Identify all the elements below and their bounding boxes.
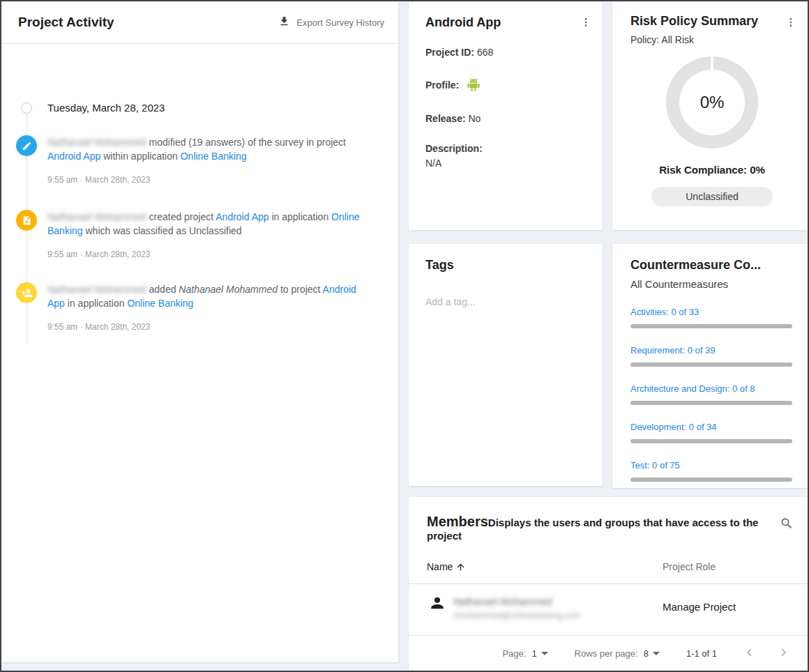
tags-card-title: Tags (425, 258, 586, 273)
chevron-left-icon (745, 648, 755, 657)
event-text-segment: created project (146, 211, 216, 222)
countermeasure-progress-bar (630, 401, 792, 405)
countermeasure-link[interactable]: Development: 0 of 34 (630, 422, 717, 432)
profile-field: Profile: (425, 77, 589, 94)
chevron-down-icon (653, 652, 660, 655)
pagination-range: 1-1 of 1 (686, 648, 717, 659)
countermeasure-card-subtitle: All Countermeasures (630, 278, 792, 290)
classification-badge: Unclassified (651, 187, 773, 206)
description-label: Description: (425, 143, 483, 154)
event-text-segment: in application (269, 211, 332, 222)
event-link[interactable]: Online Banking (127, 298, 193, 309)
project-dashboard: Project Activity Export Survey History T… (0, 0, 809, 672)
page-dropdown[interactable]: 1 (531, 648, 547, 659)
event-timestamp: 9:55 am · March 28th, 2023 (47, 175, 372, 185)
member-role: Manage Project (663, 601, 736, 613)
project-id-value: 668 (477, 47, 493, 58)
download-icon (278, 15, 290, 29)
event-text-segment: in application (65, 298, 128, 309)
countermeasure-link[interactable]: Requirement: 0 of 39 (630, 345, 715, 356)
page-value: 1 (531, 648, 536, 659)
search-icon (780, 517, 794, 530)
chevron-right-icon (778, 648, 788, 657)
event-text-segment: which was classified as Unclassified (83, 225, 242, 236)
risk-compliance-label: Risk Compliance: 0% (630, 164, 794, 176)
project-card-menu-button[interactable] (577, 14, 594, 33)
rows-per-page-value: 8 (644, 648, 649, 659)
android-icon (466, 77, 481, 94)
rows-per-page-label: Rows per page: (575, 648, 638, 659)
risk-compliance-donut: 0% (666, 56, 758, 148)
countermeasure-link[interactable]: Test: 0 of 75 (630, 460, 680, 471)
member-table-row[interactable]: Nathanael Mohammednmohammed@onlinebankin… (409, 584, 808, 636)
redacted-user-name: Nathanael Mohammed (47, 137, 146, 148)
sort-ascending-icon (455, 562, 466, 572)
page-label: Page: (502, 648, 526, 659)
release-value: No (468, 113, 481, 124)
release-label: Release: (425, 113, 466, 124)
redacted-user-name: Nathanael Mohammed (47, 284, 146, 295)
members-search-button[interactable] (777, 514, 796, 535)
document-add-icon (16, 210, 37, 231)
event-text-segment: Nathanael Mohammed (179, 284, 278, 295)
name-column-label: Name (427, 561, 453, 572)
rows-per-page-dropdown[interactable]: 8 (644, 648, 660, 659)
event-text: Nathanael Mohammed created project Andro… (47, 210, 370, 238)
event-text-segment: within application (100, 151, 180, 162)
chevron-down-icon (541, 652, 548, 655)
person-icon (430, 595, 445, 613)
countermeasure-progress-bar (630, 439, 792, 443)
export-survey-history-button[interactable]: Export Survey History (278, 15, 384, 29)
project-id-label: Project ID: (425, 47, 474, 58)
countermeasure-progress-bar (630, 478, 792, 482)
activity-title: Project Activity (18, 15, 114, 30)
event-text-segment: added (146, 284, 179, 295)
members-table-header: Name Project Role (409, 556, 808, 584)
risk-policy-summary-card: Risk Policy Summary Policy: All Risk 0% … (612, 1, 808, 230)
project-id-field: Project ID: 668 (425, 47, 589, 58)
kebab-icon (580, 17, 591, 28)
event-link[interactable]: Android App (216, 211, 269, 222)
previous-page-button[interactable] (743, 646, 756, 661)
activity-timeline: Tuesday, March 28, 2023 Nathanael Mohamm… (1, 44, 398, 661)
countermeasure-item: Development: 0 of 34 (630, 420, 792, 443)
page-selector: Page: 1 (502, 648, 547, 659)
risk-card-menu-button[interactable] (782, 14, 799, 33)
description-value: N/A (425, 158, 589, 169)
activity-event: Nathanael Mohammed created project Andro… (16, 210, 372, 259)
column-header-name[interactable]: Name (427, 561, 466, 572)
redacted-user-name: Nathanael Mohammed (47, 211, 146, 222)
next-page-button[interactable] (777, 646, 789, 661)
description-field: Description: N/A (425, 143, 589, 169)
risk-policy-label: Policy: All Risk (630, 34, 794, 45)
add-tag-input[interactable] (425, 296, 586, 307)
countermeasure-card-title: Countermeasure Co... (630, 258, 792, 273)
event-link[interactable]: Android App (47, 151, 100, 162)
column-header-role: Project Role (663, 561, 716, 572)
countermeasure-item: Requirement: 0 of 39 (630, 344, 792, 367)
members-card: MembersDisplays the users and groups tha… (409, 497, 808, 671)
countermeasure-link[interactable]: Architecture and Design: 0 of 8 (630, 383, 755, 394)
timeline-date-row: Tuesday, March 28, 2023 (21, 102, 165, 114)
project-info-card: Android App Project ID: 668 Profile: (409, 1, 603, 230)
event-text: Nathanael Mohammed modified (19 answers)… (47, 135, 370, 163)
pencil-icon (16, 135, 37, 156)
countermeasure-progress-bar (630, 324, 792, 328)
event-text-segment: to project (278, 284, 323, 295)
event-timestamp: 9:55 am · March 28th, 2023 (47, 250, 372, 259)
project-card-title: Android App (425, 15, 589, 30)
event-link[interactable]: Online Banking (181, 151, 247, 162)
countermeasure-progress-bar (630, 362, 792, 367)
kebab-icon (785, 17, 796, 28)
countermeasure-item: Test: 0 of 75 (630, 459, 792, 482)
timeline-date-marker (21, 102, 32, 114)
countermeasure-item: Activities: 0 of 33 (630, 305, 792, 328)
member-name-redacted: Nathanael Mohammed (453, 596, 552, 607)
tags-card: Tags (409, 244, 603, 486)
timeline-date: Tuesday, March 28, 2023 (47, 102, 165, 114)
event-text-segment: modified (19 answers) of the survey in p… (146, 137, 346, 148)
members-title: Members (427, 514, 488, 529)
countermeasure-link[interactable]: Activities: 0 of 33 (630, 307, 699, 317)
member-email-redacted: nmohammed@onlinebanking.com (453, 611, 580, 620)
countermeasure-completion-card: Countermeasure Co... All Countermeasures… (612, 244, 808, 488)
